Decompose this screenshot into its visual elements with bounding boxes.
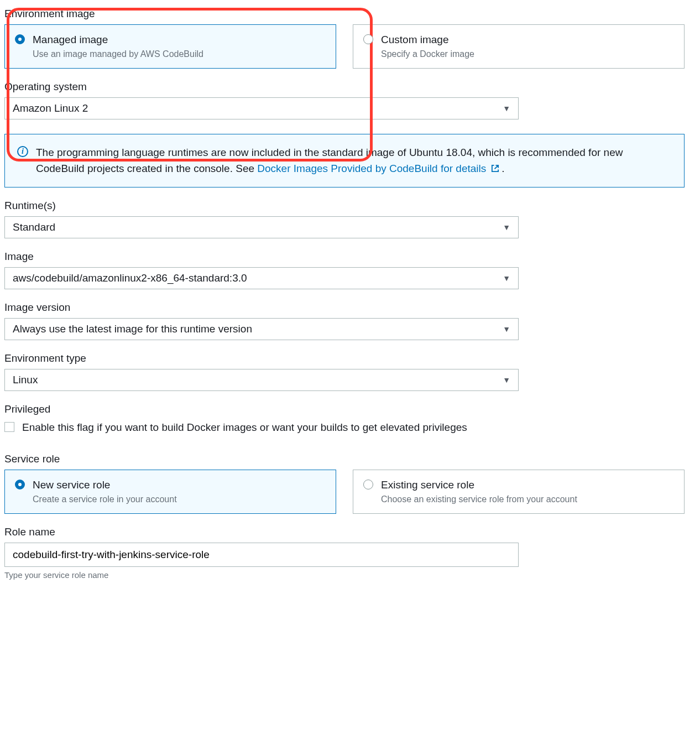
env-type-label: Environment type: [4, 352, 696, 364]
os-select[interactable]: Amazon Linux 2 ▼: [4, 97, 519, 119]
image-value: aws/codebuild/amazonlinux2-x86_64-standa…: [13, 272, 247, 284]
os-label: Operating system: [4, 81, 696, 93]
image-select[interactable]: aws/codebuild/amazonlinux2-x86_64-standa…: [4, 267, 519, 289]
info-link[interactable]: Docker Images Provided by CodeBuild for …: [257, 163, 502, 174]
radio-desc: Use an image managed by AWS CodeBuild: [33, 48, 326, 60]
caret-down-icon: ▼: [503, 325, 510, 334]
os-value: Amazon Linux 2: [13, 102, 88, 114]
radio-dot-icon: [15, 34, 25, 44]
radio-dot-icon: [15, 480, 25, 489]
radio-dot-icon: [363, 34, 373, 44]
radio-title: New service role: [33, 478, 326, 492]
info-after: .: [502, 163, 504, 174]
radio-existing-service-role[interactable]: Existing service role Choose an existing…: [353, 470, 685, 514]
privileged-checkbox[interactable]: [4, 422, 14, 432]
runtime-select[interactable]: Standard ▼: [4, 216, 519, 238]
privileged-text: Enable this flag if you want to build Do…: [22, 420, 467, 436]
image-version-select[interactable]: Always use the latest image for this run…: [4, 318, 519, 340]
caret-down-icon: ▼: [503, 104, 510, 113]
radio-managed-image[interactable]: Managed image Use an image managed by AW…: [4, 24, 336, 69]
service-role-label: Service role: [4, 453, 696, 465]
image-version-label: Image version: [4, 301, 696, 314]
privileged-label: Privileged: [4, 403, 696, 415]
radio-title: Existing service role: [381, 478, 674, 492]
external-link-icon: [488, 164, 502, 174]
environment-image-label: Environment image: [4, 8, 696, 20]
info-icon: i: [17, 146, 28, 157]
radio-custom-image[interactable]: Custom image Specify a Docker image: [353, 24, 685, 69]
runtime-label: Runtime(s): [4, 200, 696, 212]
radio-title: Custom image: [381, 33, 674, 47]
radio-desc: Choose an existing service role from you…: [381, 493, 674, 506]
role-name-label: Role name: [4, 526, 696, 538]
image-label: Image: [4, 251, 696, 263]
role-name-input[interactable]: [4, 543, 519, 567]
caret-down-icon: ▼: [503, 274, 510, 283]
env-type-value: Linux: [13, 374, 38, 386]
caret-down-icon: ▼: [503, 223, 510, 232]
env-type-select[interactable]: Linux ▼: [4, 369, 519, 391]
radio-dot-icon: [363, 480, 373, 489]
radio-new-service-role[interactable]: New service role Create a service role i…: [4, 470, 336, 514]
info-alert: i The programming language runtimes are …: [4, 134, 685, 188]
image-version-value: Always use the latest image for this run…: [13, 323, 252, 335]
radio-title: Managed image: [33, 33, 326, 47]
role-name-helper: Type your service role name: [4, 570, 696, 580]
radio-desc: Create a service role in your account: [33, 493, 326, 506]
runtime-value: Standard: [13, 221, 55, 233]
radio-desc: Specify a Docker image: [381, 48, 674, 60]
caret-down-icon: ▼: [503, 376, 510, 384]
